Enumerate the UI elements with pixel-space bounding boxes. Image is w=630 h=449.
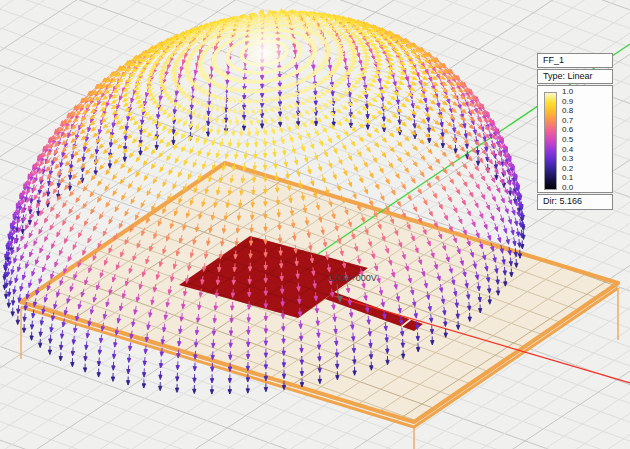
colorbar-tick: 0.0 [562,184,602,192]
viewport-3d[interactable]: 1.00e+000V FF_1 Type: Linear 1.00.90.80.… [0,0,630,449]
colorbar-tick: 0.6 [562,126,602,134]
colorbar-gradient [544,92,557,190]
colorbar-tick: 0.8 [562,107,602,115]
port-voltage-label: 1.00e+000V [328,273,377,283]
colorbar-tick: 0.3 [562,155,602,163]
legend-colorbar: 1.00.90.80.70.60.50.40.30.20.10.0 [537,85,613,193]
legend-scale-type: Type: Linear [537,69,613,84]
colorbar-tick: 0.1 [562,174,602,182]
colorbar-tick: 0.4 [562,146,602,154]
colorbar-tick: 0.5 [562,136,602,144]
legend-title: FF_1 [537,53,613,68]
colorbar-tick: 1.0 [562,88,602,96]
dome-pole-highlight [240,28,288,76]
substrate [0,0,630,449]
legend-directivity: Dir: 5.166 [537,194,613,210]
farfield-scene-svg: 1.00e+000V [0,0,630,449]
colorbar-tick: 0.2 [562,165,602,173]
colorbar-tick: 0.7 [562,117,602,125]
colorbar-tick: 0.9 [562,98,602,106]
